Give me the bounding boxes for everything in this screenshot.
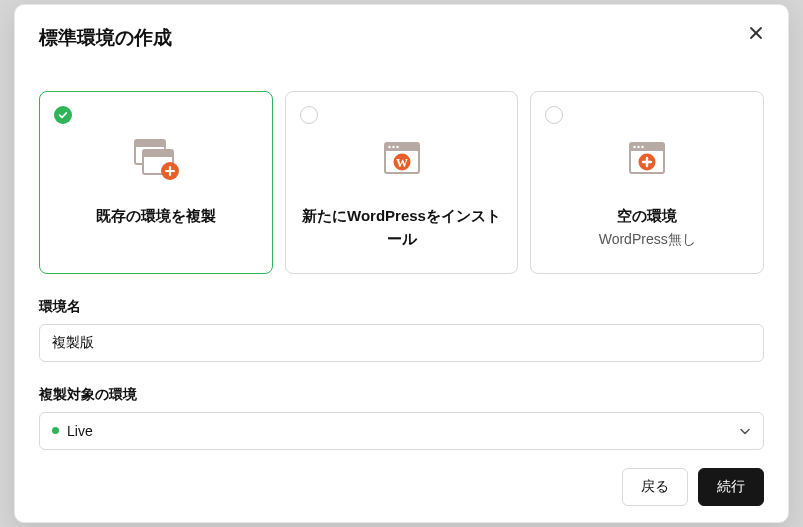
clone-target-selected-value: Live	[67, 423, 93, 439]
option-cards: 既存の環境を複製 W 新たにWordPressをインストール	[39, 91, 764, 274]
option-card-subtitle: WordPress無し	[599, 231, 696, 249]
option-card-title: 新たにWordPressをインストール	[302, 204, 502, 251]
svg-point-11	[388, 146, 390, 148]
field-clone-target: 複製対象の環境 Live	[39, 386, 764, 450]
svg-point-13	[396, 146, 398, 148]
option-card-clone-existing[interactable]: 既存の環境を複製	[39, 91, 273, 274]
svg-point-12	[392, 146, 394, 148]
back-button[interactable]: 戻る	[622, 468, 688, 506]
wordpress-window-icon: W	[381, 134, 423, 186]
environment-name-label: 環境名	[39, 298, 764, 316]
option-card-empty-environment[interactable]: 空の環境 WordPress無し	[530, 91, 764, 274]
svg-rect-5	[143, 150, 173, 157]
radio-unselected-icon	[545, 106, 563, 124]
field-environment-name: 環境名	[39, 298, 764, 362]
modal-footer: 戻る 続行	[15, 454, 788, 522]
option-card-title: 既存の環境を複製	[96, 204, 216, 227]
modal-header: 標準環境の作成	[15, 5, 788, 59]
svg-point-20	[641, 146, 643, 148]
continue-button[interactable]: 続行	[698, 468, 764, 506]
clone-target-select-wrap: Live	[39, 412, 764, 450]
environment-name-input[interactable]	[39, 324, 764, 362]
clone-target-label: 複製対象の環境	[39, 386, 764, 404]
modal-body: 既存の環境を複製 W 新たにWordPressをインストール	[15, 59, 788, 454]
option-card-install-wordpress[interactable]: W 新たにWordPressをインストール	[285, 91, 519, 274]
radio-selected-icon	[54, 106, 72, 124]
svg-point-19	[637, 146, 639, 148]
svg-rect-3	[135, 140, 165, 147]
clone-target-select[interactable]: Live	[39, 412, 764, 450]
close-icon[interactable]	[748, 25, 764, 41]
status-dot-icon	[52, 427, 59, 434]
create-environment-modal: 標準環境の作成	[14, 4, 789, 523]
radio-unselected-icon	[300, 106, 318, 124]
empty-window-icon	[626, 134, 668, 186]
clone-window-icon	[130, 134, 182, 186]
svg-point-18	[633, 146, 635, 148]
svg-text:W: W	[396, 156, 408, 170]
option-card-title: 空の環境	[617, 204, 677, 227]
modal-title: 標準環境の作成	[39, 25, 172, 51]
